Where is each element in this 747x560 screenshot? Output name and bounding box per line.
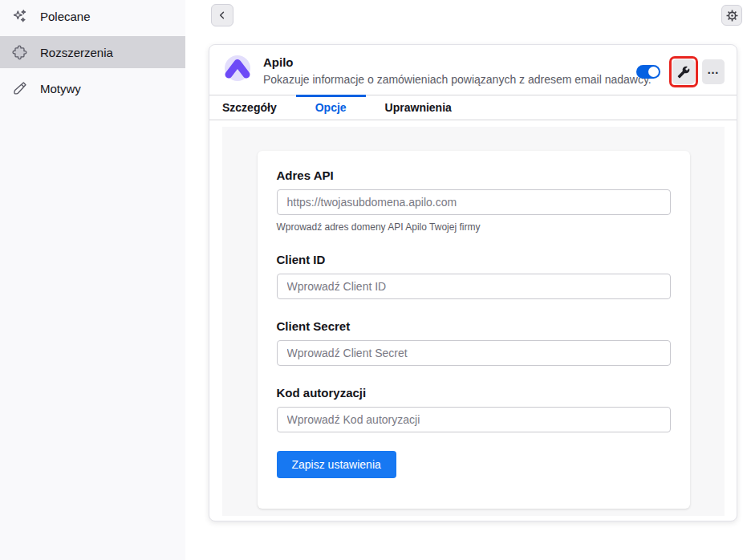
- toggle-knob: [648, 67, 659, 77]
- kod-autoryzacji-input[interactable]: [277, 407, 671, 432]
- tab-permissions[interactable]: Uprawnienia: [366, 95, 471, 120]
- extension-header: Apilo Pokazuje informacje o zamówieniach…: [209, 45, 737, 95]
- extension-controls: …: [636, 56, 725, 87]
- gear-icon: [725, 8, 740, 23]
- field-helper-text: Wprowadź adres domeny API Apilo Twojej f…: [277, 221, 671, 233]
- sidebar-item-recommended[interactable]: Polecane: [0, 0, 185, 32]
- field-label: Adres API: [277, 168, 671, 182]
- ellipsis-icon: …: [707, 63, 720, 80]
- puzzle-icon: [10, 43, 28, 61]
- enable-toggle[interactable]: [636, 65, 660, 79]
- client-id-input[interactable]: [277, 274, 671, 299]
- brush-icon: [10, 79, 28, 97]
- field-client-id: Client ID: [277, 253, 671, 299]
- addons-manager: Polecane Rozszerzenia Motywy: [0, 0, 747, 560]
- wrench-icon: [677, 66, 690, 79]
- field-client-secret: Client Secret: [277, 319, 671, 366]
- field-kod-autoryzacji: Kod autoryzacji: [277, 386, 671, 432]
- extension-info: Apilo Pokazuje informacje o zamówieniach…: [263, 54, 625, 86]
- extension-description: Pokazuje informacje o zamówieniach powią…: [263, 73, 625, 86]
- tab-details[interactable]: Szczegóły: [222, 95, 296, 120]
- back-button[interactable]: [211, 4, 233, 26]
- tab-permissions-label: Uprawnienia: [385, 101, 452, 114]
- client-secret-input[interactable]: [277, 340, 671, 366]
- settings-form: Adres API Wprowadź adres domeny API Apil…: [258, 151, 690, 509]
- extension-card: Apilo Pokazuje informacje o zamówieniach…: [209, 44, 737, 521]
- tab-details-label: Szczegóły: [222, 101, 277, 114]
- options-panel: Adres API Wprowadź adres domeny API Apil…: [222, 127, 725, 516]
- main-area: Apilo Pokazuje informacje o zamówieniach…: [185, 0, 747, 560]
- sidebar: Polecane Rozszerzenia Motywy: [0, 0, 185, 560]
- annotation-highlight-box: [669, 56, 698, 87]
- field-label: Client ID: [277, 253, 671, 266]
- field-label: Kod autoryzacji: [277, 386, 671, 400]
- settings-button[interactable]: [721, 5, 742, 26]
- field-adres-api: Adres API Wprowadź adres domeny API Apil…: [277, 168, 671, 233]
- sidebar-item-label: Rozszerzenia: [40, 46, 113, 59]
- stars-icon: [10, 7, 28, 25]
- sidebar-item-label: Polecane: [40, 10, 91, 23]
- sidebar-item-label: Motywy: [40, 82, 81, 95]
- field-label: Client Secret: [277, 319, 671, 333]
- tab-bar: Szczegóły Opcje Uprawnienia: [209, 95, 737, 120]
- sidebar-item-themes[interactable]: Motywy: [0, 72, 185, 104]
- extension-name: Apilo: [263, 55, 625, 69]
- extension-tools-button[interactable]: [672, 59, 695, 84]
- save-settings-button[interactable]: Zapisz ustawienia: [277, 451, 396, 478]
- tab-options-label: Opcje: [315, 101, 347, 114]
- adres-api-input[interactable]: [277, 189, 671, 215]
- more-options-button[interactable]: …: [702, 59, 725, 84]
- apilo-logo-icon: [223, 54, 252, 83]
- sidebar-item-extensions[interactable]: Rozszerzenia: [0, 36, 185, 68]
- chevron-left-icon: [217, 10, 228, 21]
- tab-options[interactable]: Opcje: [296, 95, 366, 120]
